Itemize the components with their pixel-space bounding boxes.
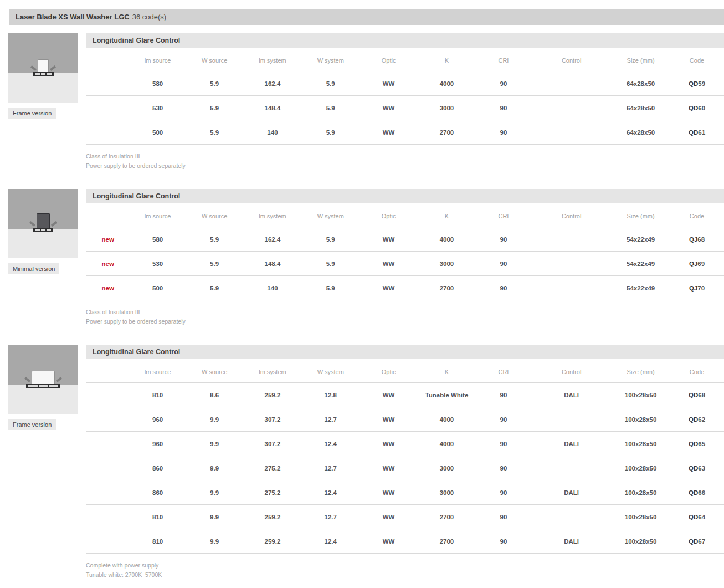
spec-table: lm sourceW sourcelm systemW systemOpticK… <box>86 48 724 145</box>
table-row: 8109.9259.212.7WW270090100x28x50QD64 <box>86 505 724 529</box>
value-cell: WW <box>360 227 418 252</box>
column-header: Control <box>531 48 612 71</box>
value-cell: 90 <box>476 505 531 529</box>
value-cell: 2700 <box>418 529 476 554</box>
code-cell: QD59 <box>670 71 724 96</box>
value-cell: 54x22x49 <box>612 252 670 276</box>
value-cell: 100x28x50 <box>612 480 670 505</box>
table-header-row: lm sourceW sourcelm systemW systemOpticK… <box>86 203 724 227</box>
footnote: Power supply to be ordered separately <box>86 161 724 171</box>
value-cell: 90 <box>476 71 531 96</box>
value-cell: 9.9 <box>186 529 244 554</box>
value-cell: 90 <box>476 120 531 145</box>
value-cell: 100x28x50 <box>612 383 670 407</box>
column-header: K <box>418 359 476 383</box>
value-cell: 5.9 <box>186 120 244 145</box>
value-cell: 12.4 <box>301 480 360 505</box>
luminaire-body-icon <box>32 371 55 384</box>
empty-cell <box>86 71 130 96</box>
value-cell: 90 <box>476 96 531 120</box>
value-cell: 2700 <box>418 505 476 529</box>
value-cell: 530 <box>130 252 185 276</box>
value-cell: 5.9 <box>301 120 360 145</box>
product-section: Minimal version Longitudinal Glare Contr… <box>0 189 724 326</box>
value-cell: 64x28x50 <box>612 96 670 120</box>
value-cell: 90 <box>476 252 531 276</box>
product-title: Laser Blade XS Wall Washer LGC <box>16 13 130 21</box>
empty-cell <box>86 120 130 145</box>
value-cell <box>531 505 612 529</box>
column-header: Code <box>670 359 724 383</box>
value-cell: 275.2 <box>244 480 302 505</box>
empty-cell <box>86 456 130 480</box>
value-cell: 90 <box>476 276 531 300</box>
footnotes: Class of Insulation IIIPower supply to b… <box>86 152 724 171</box>
column-header: lm system <box>244 359 302 383</box>
value-cell: 4000 <box>418 407 476 432</box>
value-cell: 12.8 <box>301 383 360 407</box>
product-section: Frame version Longitudinal Glare Control… <box>0 33 724 171</box>
value-cell: WW <box>360 276 418 300</box>
product-title-bar: Laser Blade XS Wall Washer LGC36 code(s) <box>9 9 724 25</box>
value-cell: 500 <box>130 276 185 300</box>
value-cell: 100x28x50 <box>612 407 670 432</box>
value-cell: 64x28x50 <box>612 71 670 96</box>
table-header-row: lm sourceW sourcelm systemW systemOpticK… <box>86 359 724 383</box>
value-cell: WW <box>360 120 418 145</box>
table-row: 9609.9307.212.4WW400090DALI100x28x50QD65 <box>86 432 724 456</box>
table-row: 9609.9307.212.7WW400090100x28x50QD62 <box>86 407 724 432</box>
new-badge: new <box>86 227 130 252</box>
empty-cell <box>86 407 130 432</box>
value-cell: 90 <box>476 407 531 432</box>
footnotes: Complete with power supplyTunable white:… <box>86 561 724 580</box>
wall-area <box>8 229 78 258</box>
code-cell: QJ69 <box>670 252 724 276</box>
value-cell: 140 <box>244 276 302 300</box>
column-header: W source <box>186 203 244 227</box>
value-cell: 90 <box>476 456 531 480</box>
version-label: Frame version <box>8 419 56 430</box>
value-cell: 54x22x49 <box>612 276 670 300</box>
column-header: Code <box>670 48 724 71</box>
table-row: 8109.9259.212.4WW270090DALI100x28x50QD67 <box>86 529 724 554</box>
column-header: Control <box>531 203 612 227</box>
value-cell <box>531 227 612 252</box>
value-cell: WW <box>360 529 418 554</box>
luminaire-frame-icon <box>33 72 54 76</box>
value-cell: 3000 <box>418 252 476 276</box>
value-cell: 4000 <box>418 227 476 252</box>
value-cell <box>531 71 612 96</box>
column-header: CRI <box>476 203 531 227</box>
thumbnail-column: Minimal version <box>8 189 78 274</box>
value-cell: 500 <box>130 120 185 145</box>
column-header: Size (mm) <box>612 359 670 383</box>
value-cell: 5.9 <box>301 227 360 252</box>
value-cell: 810 <box>130 505 185 529</box>
value-cell: WW <box>360 96 418 120</box>
value-cell: 9.9 <box>186 407 244 432</box>
value-cell: 100x28x50 <box>612 505 670 529</box>
thumbnail-column: Frame version <box>8 345 78 430</box>
value-cell: 307.2 <box>244 432 302 456</box>
column-header: lm system <box>244 48 302 71</box>
value-cell: DALI <box>531 383 612 407</box>
code-cell: QD64 <box>670 505 724 529</box>
code-cell: QD68 <box>670 383 724 407</box>
column-header: W source <box>186 48 244 71</box>
value-cell: 12.7 <box>301 505 360 529</box>
luminaire-body-icon <box>37 213 50 228</box>
table-row: new5005.91405.9WW27009054x22x49QJ70 <box>86 276 724 300</box>
value-cell: WW <box>360 456 418 480</box>
value-cell: 860 <box>130 456 185 480</box>
value-cell: 5.9 <box>301 96 360 120</box>
column-header: lm system <box>244 203 302 227</box>
version-label: Minimal version <box>8 263 59 274</box>
empty-cell <box>86 96 130 120</box>
value-cell: WW <box>360 407 418 432</box>
value-cell: 100x28x50 <box>612 432 670 456</box>
value-cell: 3000 <box>418 456 476 480</box>
table-section-title: Longitudinal Glare Control <box>86 345 724 359</box>
value-cell: 162.4 <box>244 71 302 96</box>
column-header-new <box>86 359 130 383</box>
column-header: W system <box>301 48 360 71</box>
